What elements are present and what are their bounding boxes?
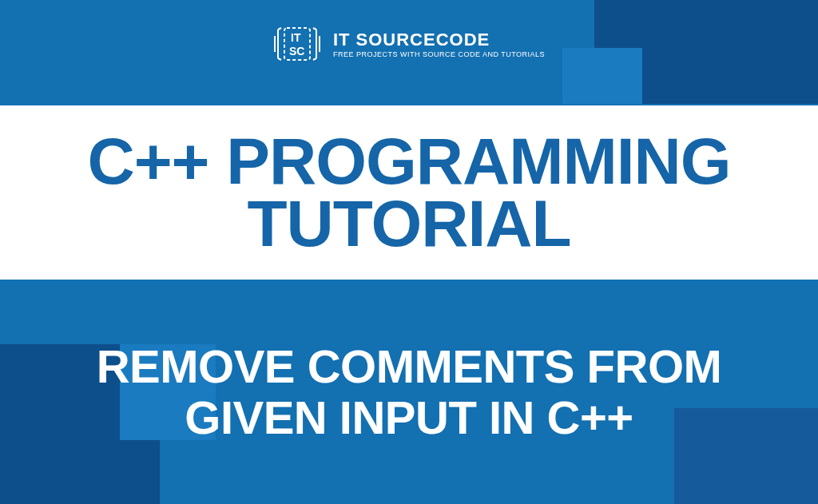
subtitle: REMOVE COMMENTS FROM GIVEN INPUT IN C++	[24, 341, 794, 443]
logo-text-container: IT SOURCECODE FREE PROJECTS WITH SOURCE …	[333, 30, 545, 58]
brand-tagline: FREE PROJECTS WITH SOURCE CODE AND TUTOR…	[333, 50, 545, 58]
logo-icon: IT SC	[273, 20, 321, 68]
svg-text:SC: SC	[289, 45, 304, 58]
svg-text:IT: IT	[291, 31, 301, 44]
main-title: C++ PROGRAMMING TUTORIAL	[0, 130, 818, 255]
brand-name: IT SOURCECODE	[333, 30, 545, 50]
header: IT SC IT SOURCECODE FREE PROJECTS WITH S…	[0, 20, 818, 68]
main-title-box: C++ PROGRAMMING TUTORIAL	[0, 105, 818, 280]
bottom-section: REMOVE COMMENTS FROM GIVEN INPUT IN C++	[0, 280, 818, 504]
